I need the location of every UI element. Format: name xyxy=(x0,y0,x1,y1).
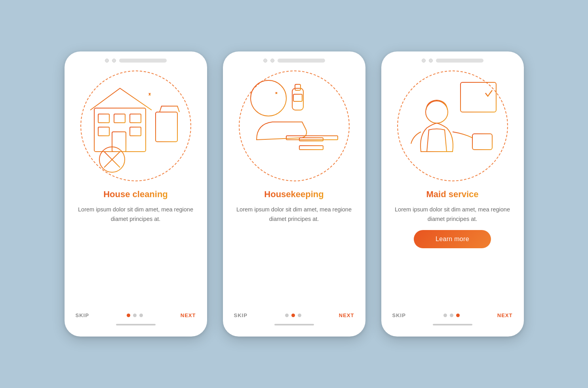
status-bar-2 xyxy=(278,59,325,63)
screen-desc-3: Lorem ipsum dolor sit dim amet, mea regi… xyxy=(393,205,512,223)
svg-rect-38 xyxy=(293,94,302,101)
screen-title-1: House cleaning xyxy=(103,189,168,200)
dot-3-2 xyxy=(450,314,453,317)
dot-3-1 xyxy=(443,314,447,317)
dots-row-2 xyxy=(285,314,301,317)
screen-title-3: Maid service xyxy=(426,189,478,200)
status-dot-4 xyxy=(270,59,274,63)
dot-2-3 xyxy=(298,314,301,317)
phone-content-2: Housekeeping Lorem ipsum dolor sit dim a… xyxy=(223,185,365,312)
dot-1-2 xyxy=(133,314,137,317)
dot-3-3 xyxy=(456,314,460,317)
skip-button-1[interactable]: SKIP xyxy=(76,312,89,318)
nav-row-2: SKIP NEXT xyxy=(234,312,354,318)
svg-rect-36 xyxy=(292,88,303,110)
skip-button-3[interactable]: SKIP xyxy=(392,312,406,318)
next-button-1[interactable]: NEXT xyxy=(181,312,196,318)
phone-top-bar xyxy=(65,51,207,63)
illustration-area-1 xyxy=(76,67,195,185)
svg-rect-3 xyxy=(114,114,125,123)
svg-rect-5 xyxy=(98,127,109,136)
dot-1-1 xyxy=(127,314,130,317)
phone-bottom-3: SKIP NEXT xyxy=(381,312,524,337)
home-indicator-1 xyxy=(116,324,156,325)
status-dot-6 xyxy=(429,59,433,63)
svg-rect-37 xyxy=(295,84,301,90)
housekeeping-illustration xyxy=(241,72,348,179)
status-bar xyxy=(119,59,167,63)
phone-content-3: Maid service Lorem ipsum dolor sit dim a… xyxy=(381,185,524,312)
house-cleaning-illustration xyxy=(82,72,189,179)
skip-button-2[interactable]: SKIP xyxy=(234,312,247,318)
svg-rect-39 xyxy=(461,82,496,112)
screen-desc-1: Lorem ipsum dolor sit dim amet, mea regi… xyxy=(76,205,195,223)
illustration-area-2 xyxy=(235,67,354,185)
dots-row-1 xyxy=(127,314,143,317)
dot-1-3 xyxy=(139,314,143,317)
learn-more-button[interactable]: Learn more xyxy=(414,230,491,248)
svg-point-31 xyxy=(251,80,286,116)
nav-row-1: SKIP NEXT xyxy=(76,312,196,318)
phone-top-bar-3 xyxy=(381,51,524,63)
svg-point-50 xyxy=(426,101,448,123)
home-indicator-2 xyxy=(274,324,314,325)
phones-container: House cleaning Lorem ipsum dolor sit dim… xyxy=(65,51,524,337)
status-dot-3 xyxy=(263,59,267,63)
phone-content-1: House cleaning Lorem ipsum dolor sit dim… xyxy=(65,185,207,312)
phone-maid-service: Maid service Lorem ipsum dolor sit dim a… xyxy=(381,51,524,337)
screen-title-2: Housekeeping xyxy=(264,189,323,200)
svg-rect-51 xyxy=(472,134,492,150)
nav-row-3: SKIP NEXT xyxy=(392,312,513,318)
phone-top-bar-2 xyxy=(223,51,365,63)
status-dot-2 xyxy=(112,59,116,63)
svg-rect-25 xyxy=(299,146,323,150)
phone-bottom-1: SKIP NEXT xyxy=(65,312,207,337)
svg-rect-0 xyxy=(94,108,146,152)
dot-2-1 xyxy=(285,314,289,317)
svg-rect-2 xyxy=(98,114,109,123)
svg-rect-4 xyxy=(130,114,141,123)
next-button-2[interactable]: NEXT xyxy=(339,312,354,318)
next-button-3[interactable]: NEXT xyxy=(497,312,513,318)
status-dot-5 xyxy=(422,59,426,63)
home-indicator-3 xyxy=(433,324,472,325)
svg-rect-6 xyxy=(130,127,141,136)
dots-row-3 xyxy=(443,314,460,317)
maid-service-illustration xyxy=(399,72,506,179)
status-bar-3 xyxy=(436,59,483,63)
screen-desc-2: Lorem ipsum dolor sit dim amet, mea regi… xyxy=(235,205,354,223)
dot-2-2 xyxy=(291,314,295,317)
illustration-area-3 xyxy=(393,67,512,185)
phone-bottom-2: SKIP NEXT xyxy=(223,312,365,337)
phone-house-cleaning: House cleaning Lorem ipsum dolor sit dim… xyxy=(65,51,207,337)
status-dot-1 xyxy=(105,59,109,63)
phone-housekeeping: Housekeeping Lorem ipsum dolor sit dim a… xyxy=(223,51,365,337)
